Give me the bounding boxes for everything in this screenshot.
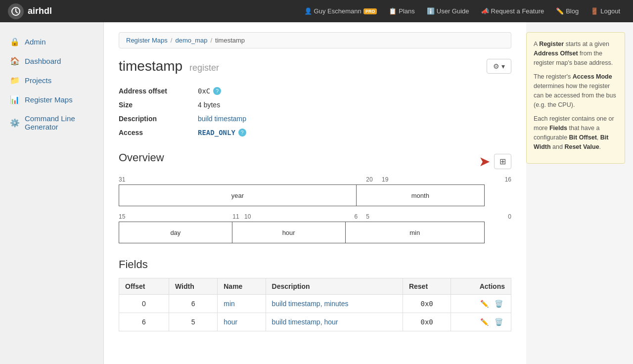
logo-icon xyxy=(8,3,24,19)
logo[interactable]: airhdl xyxy=(8,3,52,19)
overview-table-button[interactable]: ⊞ xyxy=(494,154,511,169)
logo-text: airhdl xyxy=(28,6,52,16)
page-subtitle: register xyxy=(189,63,219,73)
breadcrumb-current: timestamp xyxy=(215,37,245,44)
fields-table: Offset Width Name Description Reset Acti… xyxy=(119,278,511,331)
nav-plans[interactable]: 📋 Plans xyxy=(384,5,420,17)
bit-pos-31: 31 xyxy=(119,176,125,183)
home-icon: 🏠 xyxy=(10,56,20,66)
bit-numbers-row2: 15 11 10 6 5 0 xyxy=(119,213,511,220)
sidebar-item-command-line-generator[interactable]: ⚙️ Command Line Generator xyxy=(0,109,103,136)
nav-request-feature[interactable]: 📣 Request a Feature xyxy=(476,5,549,17)
address-offset-value: 0xC xyxy=(198,87,210,95)
field-month: month xyxy=(357,185,484,206)
detail-access: Access READ_ONLY ? xyxy=(119,126,511,139)
detail-description: Description build timestamp xyxy=(119,112,511,126)
megaphone-icon: 📣 xyxy=(481,7,489,15)
bit-pos-19: 19 xyxy=(382,176,388,183)
folder-icon: 📁 xyxy=(10,76,20,85)
field-actions-1: ✏️ 🗑️ xyxy=(451,313,511,331)
info-icon: ℹ️ xyxy=(427,7,435,15)
field-hour: hour xyxy=(232,222,346,243)
dropdown-arrow: ▾ xyxy=(501,62,505,70)
size-label: Size xyxy=(119,101,198,109)
help-bold-reset-value: Reset Value xyxy=(564,143,599,150)
table-row: 6 5 hour build timestamp, hour 0x0 ✏️ 🗑️ xyxy=(119,313,511,331)
field-edit-button-1[interactable]: ✏️ xyxy=(478,317,491,327)
overview-section: Overview ➤ ⊞ 31 20 19 16 y xyxy=(119,151,511,243)
help-bold-address-offset: Address Offset xyxy=(534,50,578,57)
bit-pos-5: 5 xyxy=(366,213,369,220)
sidebar-item-dashboard[interactable]: 🏠 Dashboard xyxy=(0,51,103,71)
field-offset-0: 0 xyxy=(119,295,169,313)
help-bold-register: Register xyxy=(539,41,564,47)
settings-button[interactable]: ⚙ ▾ xyxy=(487,59,511,74)
bit-diagram-row1: 31 20 19 16 year month xyxy=(119,176,511,206)
user-icon: 👤 xyxy=(304,7,312,15)
nav-user[interactable]: 👤 Guy Eschemann PRO xyxy=(299,5,382,17)
col-name: Name xyxy=(218,278,266,295)
topnav-links: 👤 Guy Eschemann PRO 📋 Plans ℹ️ User Guid… xyxy=(299,5,625,17)
address-offset-help-icon[interactable]: ? xyxy=(213,87,221,95)
col-actions: Actions xyxy=(451,278,511,295)
breadcrumb-sep-1: / xyxy=(171,37,173,44)
access-label: Access xyxy=(119,129,198,136)
page-title: timestamp xyxy=(119,58,182,74)
field-desc-1[interactable]: build timestamp, hour xyxy=(266,313,403,331)
nav-user-guide[interactable]: ℹ️ User Guide xyxy=(422,5,474,17)
bit-pos-10: 10 xyxy=(244,213,251,220)
col-offset: Offset xyxy=(119,278,169,295)
register-details: Address offset 0xC ? Size 4 bytes Descri… xyxy=(119,84,511,139)
help-p2: The register's Access Mode determines ho… xyxy=(534,72,618,109)
title-group: timestamp register xyxy=(119,58,219,74)
size-value: 4 bytes xyxy=(198,101,220,109)
topnav: airhdl 👤 Guy Eschemann PRO 📋 Plans ℹ️ Us… xyxy=(0,0,633,22)
field-min: min xyxy=(346,222,484,243)
bit-pos-20: 20 xyxy=(366,176,372,183)
nav-blog[interactable]: ✏️ Blog xyxy=(551,5,584,17)
overview-actions: ➤ ⊞ xyxy=(479,153,511,170)
breadcrumb-demo-map[interactable]: demo_map xyxy=(175,37,207,44)
pro-badge: PRO xyxy=(363,8,377,14)
breadcrumb-register-maps[interactable]: Register Maps xyxy=(126,37,168,44)
help-panel: A Register starts at a given Address Off… xyxy=(526,32,625,164)
bit-numbers-row1: 31 20 19 16 xyxy=(119,176,511,183)
access-help-icon[interactable]: ? xyxy=(238,129,246,136)
fields-table-header: Offset Width Name Description Reset Acti… xyxy=(119,278,511,295)
gear-icon: ⚙️ xyxy=(10,118,20,128)
sidebar-item-register-maps[interactable]: 📊 Register Maps xyxy=(0,90,103,109)
bit-diagram-row2: 15 11 10 6 5 0 day hour min xyxy=(119,213,511,243)
bit-row-2: day hour min xyxy=(119,222,485,243)
field-delete-button-0[interactable]: 🗑️ xyxy=(493,299,505,309)
bit-pos-11: 11 xyxy=(232,213,239,220)
table-row: 0 6 min build timestamp, minutes 0x0 ✏️ … xyxy=(119,295,511,313)
lock-icon: 🔒 xyxy=(10,37,20,46)
bit-pos-0: 0 xyxy=(508,213,511,220)
bit-pos-16: 16 xyxy=(505,176,511,183)
field-width-0: 6 xyxy=(169,295,217,313)
bit-row-1: year month xyxy=(119,184,485,206)
field-reset-1: 0x0 xyxy=(403,313,451,331)
field-desc-0[interactable]: build timestamp, minutes xyxy=(266,295,403,313)
sidebar-item-admin[interactable]: 🔒 Admin xyxy=(0,32,103,51)
overview-title: Overview xyxy=(119,151,164,164)
help-bold-bit-offset: Bit Offset xyxy=(569,134,597,141)
field-delete-button-1[interactable]: 🗑️ xyxy=(493,317,505,327)
field-edit-button-0[interactable]: ✏️ xyxy=(478,299,491,309)
sidebar: 🔒 Admin 🏠 Dashboard 📁 Projects 📊 Registe… xyxy=(0,22,104,364)
field-name-1[interactable]: hour xyxy=(218,313,266,331)
field-actions-0: ✏️ 🗑️ xyxy=(451,295,511,313)
main-content: Register Maps / demo_map / timestamp tim… xyxy=(104,22,526,364)
fields-title: Fields xyxy=(119,258,511,271)
description-value: build timestamp xyxy=(198,115,246,123)
field-offset-1: 6 xyxy=(119,313,169,331)
overview-header: Overview ➤ ⊞ xyxy=(119,151,511,171)
nav-logout[interactable]: 🚪 Logout xyxy=(586,5,625,17)
field-name-0[interactable]: min xyxy=(218,295,266,313)
breadcrumb: Register Maps / demo_map / timestamp xyxy=(119,32,511,48)
field-reset-0: 0x0 xyxy=(403,295,451,313)
fields-section: Fields Offset Width Name Description Res… xyxy=(119,258,511,331)
description-label: Description xyxy=(119,115,198,123)
sidebar-item-projects[interactable]: 📁 Projects xyxy=(0,71,103,90)
page-header: timestamp register ⚙ ▾ xyxy=(119,58,511,74)
